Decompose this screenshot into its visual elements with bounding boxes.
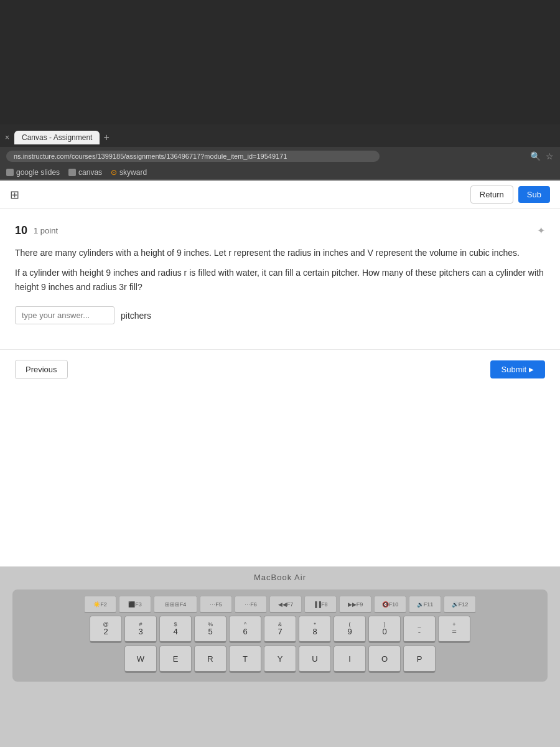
previous-button[interactable]: Previous xyxy=(15,360,68,379)
key-at-2[interactable]: @2 xyxy=(90,616,122,643)
bookmark-favicon xyxy=(68,169,76,176)
key-f12[interactable]: 🔊F12 xyxy=(444,596,476,613)
key-minus[interactable]: _- xyxy=(403,616,436,643)
star-icon[interactable]: ☆ xyxy=(546,151,554,161)
page-content: ⊞ Return Sub 10 1 point ✦ There are many… xyxy=(0,181,560,566)
browser-action-icons: 🔍 ☆ xyxy=(530,151,554,161)
key-dollar-4[interactable]: $4 xyxy=(159,616,192,643)
key-t[interactable]: T xyxy=(229,646,261,673)
fn-key-row: ☀️F2 ⬛F3 ⊞⊞⊞F4 ⋯F5 ⋯F6 ◀◀F7 ▐▐F8 ▶▶F9 🔇F… xyxy=(19,596,541,613)
tab-label: Canvas - Assignment xyxy=(22,133,92,142)
key-f9[interactable]: ▶▶F9 xyxy=(339,596,371,613)
key-f2[interactable]: ☀️F2 xyxy=(84,596,116,613)
laptop-bezel-top xyxy=(0,0,560,125)
pin-icon[interactable]: ✦ xyxy=(537,225,545,237)
answer-input[interactable] xyxy=(15,306,114,324)
bookmark-icon: ⊙ xyxy=(111,168,117,177)
key-o[interactable]: O xyxy=(368,646,401,673)
key-rparen-0[interactable]: )0 xyxy=(368,616,401,643)
bookmark-google-slides[interactable]: google slides xyxy=(6,168,60,177)
key-f4[interactable]: ⊞⊞⊞F4 xyxy=(154,596,197,613)
key-f8[interactable]: ▐▐F8 xyxy=(304,596,337,613)
key-caret-6[interactable]: ^6 xyxy=(229,616,261,643)
key-percent-5[interactable]: %5 xyxy=(194,616,226,643)
quiz-toolbar: ⊞ Return Sub xyxy=(0,181,560,209)
browser-tabs-bar: × Canvas - Assignment + xyxy=(0,125,560,147)
key-i[interactable]: I xyxy=(334,646,366,673)
key-f5[interactable]: ⋯F5 xyxy=(200,596,232,613)
key-r[interactable]: R xyxy=(194,646,226,673)
key-p[interactable]: P xyxy=(403,646,436,673)
key-hash-3[interactable]: #3 xyxy=(124,616,157,643)
bookmark-label: canvas xyxy=(78,168,102,177)
bookmark-skyward[interactable]: ⊙ skyward xyxy=(111,168,147,177)
question-text-line2: If a cylinder with height 9 inches and r… xyxy=(15,266,545,294)
key-f7[interactable]: ◀◀F7 xyxy=(269,596,302,613)
bookmark-favicon xyxy=(6,169,14,176)
bookmarks-bar: google slides canvas ⊙ skyward xyxy=(0,166,560,180)
key-f11[interactable]: 🔉F11 xyxy=(409,596,441,613)
key-star-8[interactable]: *8 xyxy=(299,616,331,643)
return-button[interactable]: Return xyxy=(470,186,513,204)
key-y[interactable]: Y xyxy=(264,646,296,673)
tab-close-icon[interactable]: × xyxy=(5,133,9,142)
new-tab-button[interactable]: + xyxy=(103,132,109,143)
answer-row: pitchers xyxy=(15,306,545,324)
question-number: 10 xyxy=(15,224,27,237)
question-points: 1 point xyxy=(34,226,58,235)
macbook-brand-label: MacBook Air xyxy=(254,573,306,582)
address-bar: 🔍 ☆ xyxy=(0,147,560,166)
submit-bottom-button[interactable]: Submit xyxy=(490,360,545,378)
bookmark-label: skyward xyxy=(119,168,147,177)
number-key-row: @2 #3 $4 %5 ^6 &7 *8 (9 )0 _- += xyxy=(19,616,541,643)
key-u[interactable]: U xyxy=(299,646,331,673)
browser-chrome: × Canvas - Assignment + 🔍 ☆ google slide… xyxy=(0,125,560,181)
bookmark-canvas[interactable]: canvas xyxy=(68,168,102,177)
browser-tab-active[interactable]: Canvas - Assignment xyxy=(14,131,100,144)
question-area: 10 1 point ✦ There are many cylinders wi… xyxy=(0,209,560,349)
submit-top-button[interactable]: Sub xyxy=(518,186,550,203)
key-e[interactable]: E xyxy=(159,646,192,673)
key-f10[interactable]: 🔇F10 xyxy=(374,596,406,613)
nav-buttons: Previous Submit xyxy=(0,349,560,389)
laptop-bottom: MacBook Air ☀️F2 ⬛F3 ⊞⊞⊞F4 ⋯F5 ⋯F6 ◀◀F7 … xyxy=(0,566,560,747)
key-lparen-9[interactable]: (9 xyxy=(334,616,366,643)
key-w[interactable]: W xyxy=(124,646,157,673)
question-header: 10 1 point ✦ xyxy=(15,224,545,237)
url-input[interactable] xyxy=(6,151,380,162)
key-f6[interactable]: ⋯F6 xyxy=(235,596,267,613)
search-icon[interactable]: 🔍 xyxy=(530,151,541,161)
key-f3[interactable]: ⬛F3 xyxy=(119,596,151,613)
qwerty-row: W E R T Y U I O P xyxy=(19,646,541,673)
question-text-line1: There are many cylinders with a height o… xyxy=(15,246,545,260)
keyboard: ☀️F2 ⬛F3 ⊞⊞⊞F4 ⋯F5 ⋯F6 ◀◀F7 ▐▐F8 ▶▶F9 🔇F… xyxy=(12,590,548,682)
key-equals[interactable]: += xyxy=(438,616,470,643)
bookmark-label: google slides xyxy=(16,168,60,177)
answer-unit: pitchers xyxy=(121,311,151,321)
grid-icon[interactable]: ⊞ xyxy=(10,188,19,202)
key-amp-7[interactable]: &7 xyxy=(264,616,296,643)
